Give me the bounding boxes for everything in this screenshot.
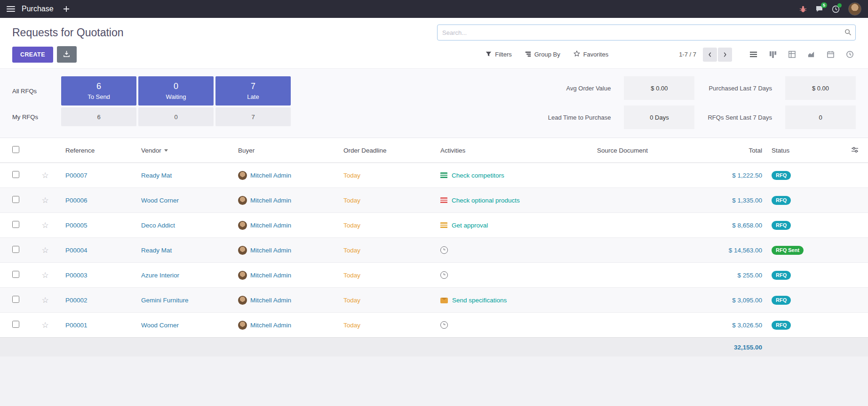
status-column-header[interactable]: Status <box>767 138 841 163</box>
my-waiting-box[interactable]: 0 <box>138 107 214 126</box>
favorites-button[interactable]: Favorites <box>573 50 608 58</box>
row-checkbox[interactable] <box>12 246 19 253</box>
buyer-link[interactable]: Mitchell Admin <box>250 197 291 204</box>
buyer-link[interactable]: Mitchell Admin <box>250 247 291 254</box>
table-row[interactable]: ☆ P00002 Gemini Furniture Mitchell Admin… <box>0 288 868 313</box>
column-options-icon[interactable] <box>841 138 868 163</box>
row-checkbox[interactable] <box>12 196 19 203</box>
vendor-link[interactable]: Deco Addict <box>141 222 175 229</box>
user-avatar[interactable] <box>848 2 861 16</box>
favorite-star-icon[interactable]: ☆ <box>41 221 48 230</box>
activity-icon[interactable] <box>440 197 447 203</box>
activity-view-button[interactable] <box>844 49 856 61</box>
reference-link[interactable]: P00002 <box>65 297 88 304</box>
vendor-link[interactable]: Ready Mat <box>141 247 172 254</box>
activities-column-header[interactable]: Activities <box>437 138 593 163</box>
total-amount: $ 1,335.00 <box>677 188 767 213</box>
graph-view-button[interactable] <box>805 49 817 61</box>
activity-icon[interactable] <box>440 271 448 279</box>
buyer-link[interactable]: Mitchell Admin <box>250 222 291 229</box>
table-row[interactable]: ☆ P00004 Ready Mat Mitchell Admin Today … <box>0 238 868 263</box>
to-send-box[interactable]: 6 To Send <box>61 76 136 106</box>
favorite-star-icon[interactable]: ☆ <box>41 246 48 255</box>
favorite-star-icon[interactable]: ☆ <box>41 171 48 180</box>
kanban-view-button[interactable] <box>766 49 779 61</box>
pager-prev-button[interactable] <box>703 48 717 62</box>
reference-link[interactable]: P00004 <box>65 247 88 254</box>
vendor-link[interactable]: Wood Corner <box>141 322 179 329</box>
reference-link[interactable]: P00003 <box>65 272 88 279</box>
my-late-box[interactable]: 7 <box>215 107 291 126</box>
late-label: Late <box>247 93 259 100</box>
reference-link[interactable]: P00005 <box>65 222 88 229</box>
filters-button[interactable]: Filters <box>486 51 511 58</box>
buyer-link[interactable]: Mitchell Admin <box>250 297 291 304</box>
reference-column-header[interactable]: Reference <box>57 138 137 163</box>
activity-icon[interactable] <box>440 172 447 179</box>
vendor-link[interactable]: Gemini Furniture <box>141 297 189 304</box>
row-checkbox[interactable] <box>12 221 19 228</box>
export-button[interactable] <box>57 46 77 63</box>
vendor-link[interactable]: Ready Mat <box>141 172 172 179</box>
reference-link[interactable]: P00007 <box>65 172 88 179</box>
favorite-star-icon[interactable]: ☆ <box>41 321 48 330</box>
vendor-link[interactable]: Azure Interior <box>141 272 179 279</box>
buyer-link[interactable]: Mitchell Admin <box>250 172 291 179</box>
create-button[interactable]: CREATE <box>12 47 53 63</box>
buyer-column-header[interactable]: Buyer <box>234 138 340 163</box>
apps-menu-icon[interactable] <box>7 6 15 12</box>
buyer-avatar <box>238 296 247 305</box>
row-checkbox[interactable] <box>12 171 19 178</box>
buyer-link[interactable]: Mitchell Admin <box>250 272 291 279</box>
purchase-dashboard: All RFQs 6 To Send 0 Waiting 7 Late My R… <box>0 68 868 138</box>
activity-icon[interactable] <box>440 246 448 254</box>
select-all-checkbox[interactable] <box>12 146 19 153</box>
reference-link[interactable]: P00006 <box>65 197 88 204</box>
activity-label[interactable]: Check competitors <box>452 172 504 179</box>
source-column-header[interactable]: Source Document <box>593 138 677 163</box>
my-rfqs-filter[interactable]: My RFQs <box>12 107 59 126</box>
table-row[interactable]: ☆ P00003 Azure Interior Mitchell Admin T… <box>0 263 868 288</box>
search-icon[interactable] <box>844 29 852 38</box>
activities-icon[interactable] <box>832 5 840 13</box>
search-input[interactable] <box>437 24 856 41</box>
table-row[interactable]: ☆ P00001 Wood Corner Mitchell Admin Toda… <box>0 313 868 338</box>
list-view-button[interactable] <box>747 49 759 61</box>
late-box[interactable]: 7 Late <box>215 76 291 106</box>
activity-icon[interactable] <box>440 298 448 303</box>
pivot-view-button[interactable] <box>786 49 798 61</box>
messages-icon[interactable]: 5 <box>815 5 823 13</box>
table-row[interactable]: ☆ P00005 Deco Addict Mitchell Admin Toda… <box>0 213 868 238</box>
total-column-header[interactable]: Total <box>677 138 767 163</box>
activity-icon[interactable] <box>440 222 447 228</box>
row-checkbox[interactable] <box>12 321 19 328</box>
bug-icon[interactable] <box>799 5 807 13</box>
total-amount: $ 3,026.50 <box>677 313 767 338</box>
app-name[interactable]: Purchase <box>22 5 54 13</box>
deadline-column-header[interactable]: Order Deadline <box>340 138 437 163</box>
vendor-column-header[interactable]: Vendor <box>137 138 234 163</box>
waiting-box[interactable]: 0 Waiting <box>138 76 214 106</box>
favorite-star-icon[interactable]: ☆ <box>41 196 48 205</box>
group-by-button[interactable]: Group By <box>525 51 560 58</box>
vendor-link[interactable]: Wood Corner <box>141 197 179 204</box>
activity-label[interactable]: Send specifications <box>452 297 507 304</box>
reference-link[interactable]: P00001 <box>65 322 88 329</box>
pager-value[interactable]: 1-7 / 7 <box>679 51 696 58</box>
rfq-list: Reference Vendor Buyer Order Deadline Ac… <box>0 138 868 357</box>
activity-icon[interactable] <box>440 321 448 329</box>
favorite-star-icon[interactable]: ☆ <box>41 296 48 305</box>
table-row[interactable]: ☆ P00007 Ready Mat Mitchell Admin Today … <box>0 163 868 188</box>
my-to-send-box[interactable]: 6 <box>61 107 136 126</box>
table-row[interactable]: ☆ P00006 Wood Corner Mitchell Admin Toda… <box>0 188 868 213</box>
plus-icon[interactable] <box>63 6 70 12</box>
row-checkbox[interactable] <box>12 296 19 303</box>
favorite-star-icon[interactable]: ☆ <box>41 271 48 280</box>
pager-next-button[interactable] <box>718 48 732 62</box>
row-checkbox[interactable] <box>12 271 19 278</box>
activity-label[interactable]: Get approval <box>452 222 488 229</box>
activity-label[interactable]: Check optional products <box>452 197 520 204</box>
all-rfqs-filter[interactable]: All RFQs <box>12 76 59 106</box>
buyer-link[interactable]: Mitchell Admin <box>250 322 291 329</box>
calendar-view-button[interactable] <box>824 49 836 61</box>
